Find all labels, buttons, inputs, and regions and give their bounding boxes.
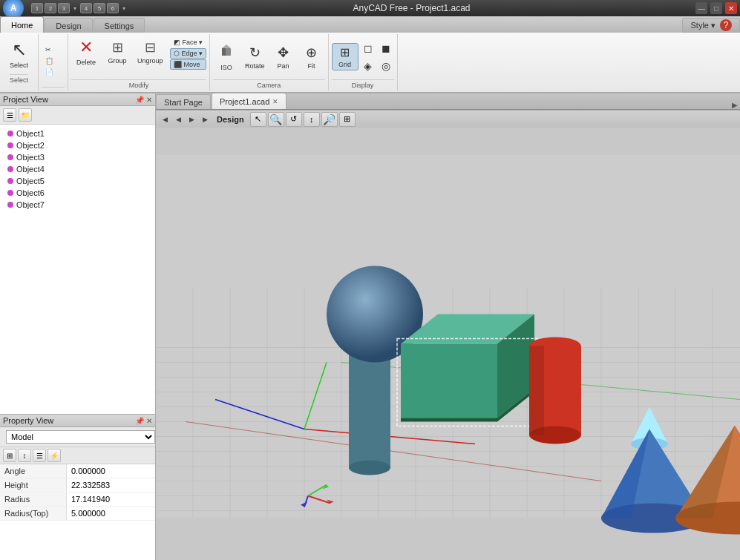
face-icon: ◩ <box>174 39 180 46</box>
edge-icon: ⬡ <box>174 50 180 57</box>
prop-tool-2[interactable]: ↕ <box>18 449 31 462</box>
tabs-scroll-right: ▶ <box>730 101 740 109</box>
group-button[interactable]: ⊞ Group <box>102 37 132 67</box>
face-button[interactable]: ◩ Face ▾ <box>170 37 207 47</box>
qa-btn-2[interactable]: 2 <box>45 3 56 13</box>
project-tool-list[interactable]: ☰ <box>3 108 16 122</box>
project-tool-folder[interactable]: 📁 <box>19 108 32 122</box>
minimize-button[interactable]: — <box>695 2 707 14</box>
tree-item-object5[interactable]: Object5 <box>1 175 154 187</box>
display-group: ⊞ Grid ◻ ◼ ◈ ◎ Display <box>329 34 398 90</box>
display-btn-4[interactable]: ◎ <box>378 58 394 74</box>
app-title: AnyCAD Free - Project1.acad <box>128 3 695 13</box>
modify-group-label: Modify <box>71 79 206 89</box>
project-view-pin[interactable]: 📌 <box>135 96 144 104</box>
property-model-row: Model <box>0 427 155 447</box>
3d-viewport[interactable]: ◀ ◀ ▶ ▶ Design ↖ 🔍 ↺ ↕ 🔎 ⊞ <box>156 110 740 560</box>
prop-row-height: Height 22.332583 <box>0 478 155 493</box>
select-button[interactable]: ↖ Select <box>4 36 33 73</box>
object2-icon <box>7 142 13 148</box>
project-view-header: Project View 📌 ✕ <box>0 93 155 106</box>
rotate-button[interactable]: ↻ Rotate <box>241 42 269 72</box>
prop-row-radius-top: Radius(Top) 5.000000 <box>0 507 155 521</box>
quick-access-toolbar: 1 2 3 ▾ 4 5 6 ▾ <box>31 3 128 13</box>
tab-scroll-btn[interactable]: ▶ <box>730 101 740 109</box>
property-view-pin[interactable]: 📌 <box>135 417 144 425</box>
object5-icon <box>7 178 13 184</box>
display-btn-3[interactable]: ◈ <box>360 58 376 74</box>
qa-btn-6[interactable]: 5 <box>94 3 105 13</box>
select-group: ↖ Select Select <box>0 34 39 90</box>
qa-btn-7[interactable]: 6 <box>107 3 119 13</box>
document-tabs: Start Page Project1.acad ✕ ▶ <box>156 93 740 110</box>
maximize-button[interactable]: □ <box>710 2 722 14</box>
cut-icon: ✂ <box>45 46 51 53</box>
style-button[interactable]: Style ▾ ? <box>682 18 740 33</box>
grid-icon: ⊞ <box>340 45 350 59</box>
object3-icon <box>7 154 13 160</box>
qa-btn-8[interactable]: ▾ <box>120 3 128 13</box>
display-btn-2[interactable]: ◼ <box>378 40 394 56</box>
property-view-title: Property View <box>3 416 53 425</box>
tab-home[interactable]: Home <box>0 16 44 33</box>
qa-btn-1[interactable]: 1 <box>31 3 43 13</box>
tree-item-object7[interactable]: Object7 <box>1 199 154 211</box>
ungroup-button[interactable]: ⊟ Ungroup <box>134 37 167 67</box>
prop-value-angle[interactable]: 0.000000 <box>67 464 155 478</box>
prop-value-radius[interactable]: 17.141940 <box>67 493 155 506</box>
property-view-controls: 📌 ✕ <box>135 417 152 425</box>
edge-button[interactable]: ⬡ Edge ▾ <box>170 48 207 59</box>
qa-btn-5[interactable]: 4 <box>80 3 92 13</box>
qa-btn-4[interactable]: ▾ <box>71 3 79 13</box>
pan-icon: ✥ <box>278 45 289 61</box>
move-icon: ⬛ <box>174 61 182 68</box>
property-view-panel: Property View 📌 ✕ Model ⊞ ↕ ☰ ⚡ Angle <box>0 415 155 560</box>
tree-item-object2[interactable]: Object2 <box>1 139 154 151</box>
svg-point-38 <box>349 461 390 475</box>
delete-button[interactable]: ✕ Delete <box>71 36 101 68</box>
grid-button[interactable]: ⊞ Grid <box>332 43 358 70</box>
object4-icon <box>7 166 13 172</box>
app-icon-label: A <box>10 3 17 13</box>
prop-tool-3[interactable]: ☰ <box>33 449 46 462</box>
tab-project1[interactable]: Project1.acad ✕ <box>212 93 286 109</box>
pan-button[interactable]: ✥ Pan <box>270 42 297 72</box>
project-view-close[interactable]: ✕ <box>146 96 152 104</box>
tree-item-object3[interactable]: Object3 <box>1 151 154 163</box>
object6-icon <box>7 190 13 196</box>
modify-group: ✕ Delete ⊞ Group ⊟ Ungroup ◩ <box>68 34 210 90</box>
display-group-label: Display <box>332 79 394 89</box>
close-button[interactable]: ✕ <box>725 2 737 14</box>
paste-button[interactable]: 📄 <box>42 67 57 77</box>
tree-item-object6[interactable]: Object6 <box>1 187 154 199</box>
tab-design[interactable]: Design <box>45 18 92 33</box>
select-group-label: Select <box>10 74 28 84</box>
prop-value-height[interactable]: 22.332583 <box>67 478 155 492</box>
tab-settings[interactable]: Settings <box>94 18 145 33</box>
model-select[interactable]: Model <box>6 430 155 444</box>
camera-group: ISO ↻ Rotate ✥ Pan ⊕ Fit Camera <box>210 34 329 90</box>
display-btn-1[interactable]: ◻ <box>360 40 376 56</box>
object7-icon <box>7 202 13 208</box>
rotate-icon: ↻ <box>249 45 261 61</box>
tree-item-object4[interactable]: Object4 <box>1 163 154 175</box>
tab-start-page[interactable]: Start Page <box>156 94 211 109</box>
project-view-controls: 📌 ✕ <box>135 96 152 104</box>
cut-button[interactable]: ✂ <box>42 45 55 55</box>
move-button[interactable]: ⬛ Move <box>170 59 207 70</box>
qa-btn-3[interactable]: 3 <box>58 3 70 13</box>
help-icon[interactable]: ? <box>720 19 732 31</box>
prop-value-radius-top[interactable]: 5.000000 <box>67 507 155 520</box>
iso-button[interactable]: ISO <box>213 40 240 73</box>
tree-item-object1[interactable]: Object1 <box>1 128 154 139</box>
copy-button[interactable]: 📋 <box>42 56 57 66</box>
prop-row-radius: Radius 17.141940 <box>0 493 155 507</box>
tab-close-icon[interactable]: ✕ <box>272 98 278 105</box>
property-view-close[interactable]: ✕ <box>146 417 152 425</box>
prop-tool-4[interactable]: ⚡ <box>48 449 61 462</box>
fit-button[interactable]: ⊕ Fit <box>298 42 325 72</box>
group-icon: ⊞ <box>112 39 123 56</box>
main-area: Project View 📌 ✕ ☰ 📁 Object1 Object2 <box>0 93 740 560</box>
prop-tool-1[interactable]: ⊞ <box>3 449 16 462</box>
project-view-toolbar: ☰ 📁 <box>0 106 155 125</box>
